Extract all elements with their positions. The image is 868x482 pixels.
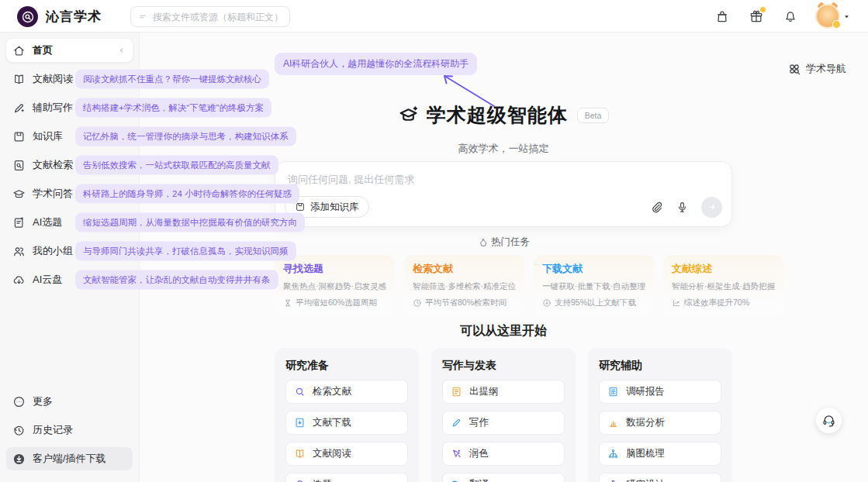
- start-item-download[interactable]: 文献下载: [285, 411, 408, 435]
- start-cards-row: 研究准备检索文献文献下载文献阅读选题写作与发表出提纲写作润色翻译研究辅助调研报告…: [275, 348, 732, 482]
- send-button[interactable]: [701, 197, 722, 218]
- sidebar-item-label: 辅助写作: [33, 101, 73, 115]
- outline-doc-icon: [451, 386, 462, 398]
- sidebar-item-label: 文献阅读: [33, 72, 73, 86]
- hot-task-literature-review[interactable]: 文献综述智能分析·框架生成·趋势把握综述效率提升70%: [663, 255, 783, 315]
- cloud-icon: [12, 274, 26, 287]
- hot-task-find-topic[interactable]: 寻找选题聚焦热点·洞察趋势·启发灵感平均缩短60%选题周期: [275, 255, 395, 315]
- page-subtitle: 高效学术，一站搞定: [275, 142, 732, 156]
- paperclip-icon: [650, 201, 663, 214]
- search-input[interactable]: [153, 12, 283, 22]
- start-item-writing[interactable]: 写作: [442, 411, 565, 435]
- sidebar-item-more[interactable]: 更多: [6, 390, 133, 413]
- save-icon: [12, 130, 26, 143]
- sidebar-item-home[interactable]: 首页: [6, 39, 133, 62]
- start-item-label: 脑图梳理: [626, 447, 665, 460]
- home-icon: [12, 44, 26, 57]
- hot-task-title: 寻找选题: [283, 262, 386, 276]
- bell-icon: [783, 9, 798, 24]
- hot-task-stat-label: 支持95%以上文献下载: [555, 298, 636, 308]
- start-item-translate[interactable]: 翻译: [442, 473, 565, 482]
- hot-tasks-label: 热门任务: [491, 236, 530, 249]
- book-open-icon: [294, 448, 306, 460]
- wand-icon: [451, 448, 462, 460]
- flask-icon: [607, 479, 619, 482]
- start-item-retrieve[interactable]: 检索文献: [285, 380, 408, 404]
- start-item-survey-report[interactable]: 调研报告: [599, 380, 721, 404]
- start-item-label: 文献阅读: [313, 447, 351, 460]
- sidebar-item-label: 首页: [33, 43, 53, 57]
- store-button[interactable]: [714, 9, 730, 24]
- trend-up-icon: [672, 298, 681, 308]
- graduation-cap-icon: [398, 105, 419, 126]
- start-card: 研究辅助调研报告数据分析脑图梳理研究设计: [588, 348, 732, 482]
- users-icon: [12, 245, 26, 258]
- start-item-label: 翻译: [469, 478, 489, 482]
- download-filled-icon: [12, 453, 26, 466]
- start-item-label: 写作: [469, 416, 489, 429]
- start-card: 研究准备检索文献文献下载文献阅读选题: [275, 348, 419, 482]
- start-section-title: 可以从这里开始: [275, 323, 732, 339]
- start-item-mindmap[interactable]: 脑图梳理: [599, 442, 721, 466]
- doc-plus-icon: [12, 216, 26, 229]
- sidebar-item-label: AI选题: [33, 215, 62, 229]
- pen-sparkle-icon: [12, 102, 26, 115]
- add-knowledge-base-label: 添加知识库: [310, 201, 359, 214]
- translate-icon: [451, 479, 462, 482]
- hot-tasks-row: 寻找选题聚焦热点·洞察趋势·启发灵感平均缩短60%选题周期检索文献智能筛选·多维…: [275, 255, 732, 315]
- sidebar-item-label: 文献检索: [33, 158, 73, 172]
- sidebar-tooltip: 缩短选题周期，从海量数据中挖掘最有价值的研究方向: [75, 213, 305, 232]
- hot-task-description: 智能筛选·多维检索·精准定位: [413, 281, 516, 292]
- filter-lines-icon: [137, 12, 148, 22]
- hot-task-description: 智能分析·框架生成·趋势把握: [672, 281, 775, 292]
- hot-task-description: 一键获取·批量下载·自动整理: [542, 281, 645, 292]
- microphone-icon: [676, 201, 689, 214]
- sidebar-tooltip: 记忆外脑，统一管理你的摘录与思考，构建知识体系: [75, 127, 296, 146]
- attach-file-button[interactable]: [650, 201, 663, 214]
- start-item-data-analysis[interactable]: 数据分析: [599, 411, 721, 435]
- sidebar-tooltip: 告别低效搜索，一站式获取最匹配的高质量文献: [75, 156, 278, 175]
- file-download-icon: [294, 417, 306, 429]
- sidebar-tooltip: 科研路上的随身导师，24 小时待命解答你的任何疑惑: [75, 184, 299, 204]
- page-title: 学术超级智能体: [427, 102, 568, 128]
- start-item-polish[interactable]: 润色: [442, 442, 565, 466]
- hot-task-retrieve-literature[interactable]: 检索文献智能筛选·多维检索·精准定位平均节省80%检索时间: [404, 255, 524, 315]
- sidebar-tooltip: 文献智能管家，让杂乱的文献自动变得井井有条: [75, 270, 278, 290]
- notifications-button[interactable]: [783, 9, 798, 24]
- bulb-icon: [294, 479, 306, 482]
- sidebar-tooltip: 结构搭建+学术润色，解决“下笔难”的终极方案: [75, 98, 271, 118]
- sidebar-item-label: 知识库: [33, 129, 63, 143]
- composer-card: 询问任何问题, 提出任何需求 添加知识库: [275, 161, 732, 227]
- customer-support-button[interactable]: [816, 408, 842, 433]
- beta-badge: Beta: [577, 108, 610, 123]
- academic-navigation-link[interactable]: 学术导航: [787, 62, 846, 76]
- collapse-sidebar-button[interactable]: [117, 46, 126, 55]
- chevron-left-icon: [117, 46, 126, 55]
- magnifier-logo-icon: [21, 10, 35, 24]
- grad-cap-icon: [12, 188, 26, 201]
- start-item-reading[interactable]: 文献阅读: [285, 442, 408, 466]
- sidebar-item-history[interactable]: 历史记录: [6, 418, 133, 442]
- hot-task-stat-label: 综述效率提升70%: [684, 298, 749, 308]
- download-circle-icon: [542, 298, 552, 308]
- rewards-button[interactable]: [749, 9, 764, 24]
- start-item-research-design[interactable]: 研究设计: [599, 473, 721, 482]
- user-avatar[interactable]: [817, 5, 839, 27]
- grid-search-icon: [787, 62, 801, 76]
- hot-task-download-literature[interactable]: 下载文献一键获取·批量下载·自动整理支持95%以上文献下载: [534, 255, 654, 315]
- composer-input[interactable]: 询问任何问题, 提出任何需求: [288, 173, 414, 187]
- account-menu[interactable]: [817, 5, 851, 27]
- sidebar-item-label: 学术问答: [33, 187, 73, 201]
- bag-icon: [714, 9, 730, 24]
- hot-task-title: 检索文献: [413, 262, 516, 276]
- voice-input-button[interactable]: [676, 201, 689, 214]
- hot-task-stat: 平均节省80%检索时间: [413, 298, 516, 308]
- bar-chart-icon: [607, 417, 619, 429]
- global-search[interactable]: [130, 6, 290, 27]
- sidebar-item-label: 更多: [33, 394, 53, 408]
- sidebar-item-client-download[interactable]: 客户端/插件下载: [6, 447, 133, 470]
- start-item-outline[interactable]: 出提纲: [442, 380, 565, 404]
- start-item-topic[interactable]: 选题: [285, 473, 408, 482]
- hot-task-description: 聚焦热点·洞察趋势·启发灵感: [283, 281, 386, 292]
- sidebar-item-label: 我的小组: [33, 244, 73, 258]
